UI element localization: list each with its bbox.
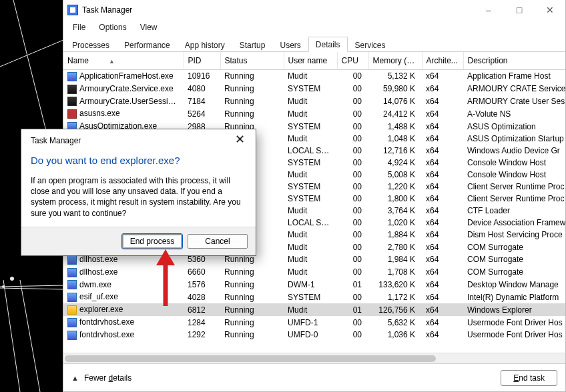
cell-name: ArmouryCrate.UserSessionH... xyxy=(63,95,184,108)
cell-status: Running xyxy=(220,291,284,303)
cell-mem: 1,800 K xyxy=(368,193,422,205)
cell-desc: Usermode Font Driver Hos xyxy=(463,329,565,341)
chevron-up-icon: ▲ xyxy=(71,374,79,382)
cell-user: SYSTEM xyxy=(284,193,337,205)
cell-cpu: 00 xyxy=(337,217,368,229)
menu-options[interactable]: Options xyxy=(92,21,133,33)
tab-services[interactable]: Services xyxy=(348,37,393,52)
col-desc[interactable]: Description xyxy=(463,52,565,70)
cell-arch: x64 xyxy=(422,316,463,329)
table-row[interactable]: explorer.exe6812RunningMudit01126,756 Kx… xyxy=(63,303,565,316)
cell-desc: Console Window Host xyxy=(463,157,565,169)
scrollbar-thumb[interactable] xyxy=(65,355,436,362)
cell-desc: Desktop Window Manage xyxy=(463,279,565,291)
process-icon xyxy=(67,318,77,327)
cell-cpu: 00 xyxy=(337,133,368,145)
titlebar[interactable]: Task Manager – □ ✕ xyxy=(63,0,565,20)
cell-name: ApplicationFrameHost.exe xyxy=(63,70,184,83)
process-icon xyxy=(67,97,77,106)
end-task-button[interactable]: End task xyxy=(501,370,557,386)
cancel-button[interactable]: Cancel xyxy=(188,234,248,249)
tab-startup[interactable]: Startup xyxy=(232,37,273,52)
process-icon xyxy=(67,72,77,81)
cell-arch: x64 xyxy=(422,133,463,145)
cell-desc: ASUS Optimization xyxy=(463,120,565,133)
cell-user: DWM-1 xyxy=(284,279,337,291)
cell-arch: x64 xyxy=(422,329,463,341)
horizontal-scrollbar[interactable] xyxy=(63,353,565,363)
table-row[interactable]: asusns.exe5264RunningMudit0024,412 Kx64A… xyxy=(63,107,565,120)
dialog-body: If an open program is associated with th… xyxy=(31,175,246,219)
minimize-button[interactable]: – xyxy=(473,0,504,20)
cell-name: asusns.exe xyxy=(63,107,184,120)
cell-mem: 3,764 K xyxy=(368,205,422,217)
svg-line-4 xyxy=(0,288,63,289)
col-mem[interactable]: Memory (a... xyxy=(368,52,422,70)
table-row[interactable]: dwm.exe1576RunningDWM-101133,620 Kx64Des… xyxy=(63,279,565,291)
cell-cpu: 00 xyxy=(337,316,368,329)
close-button[interactable]: ✕ xyxy=(535,0,565,20)
cell-user: Mudit xyxy=(284,241,337,253)
footer: ▲ Fewer details End task xyxy=(63,363,565,391)
cell-cpu: 00 xyxy=(337,329,368,341)
menu-view[interactable]: View xyxy=(133,21,164,33)
table-row[interactable]: esif_uf.exe4028RunningSYSTEM001,172 Kx64… xyxy=(63,291,565,303)
tab-users[interactable]: Users xyxy=(272,37,308,52)
cell-desc: CTF Loader xyxy=(463,205,565,217)
tab-performance[interactable]: Performance xyxy=(117,37,178,52)
table-row[interactable]: ArmouryCrate.UserSessionH...7184RunningM… xyxy=(63,95,565,108)
cell-name: explorer.exe xyxy=(63,303,184,316)
cell-user: UMFD-0 xyxy=(284,329,337,341)
menu-file[interactable]: File xyxy=(66,21,92,33)
cell-user: Mudit xyxy=(284,253,337,266)
table-row[interactable]: fontdrvhost.exe1292RunningUMFD-0001,036 … xyxy=(63,329,565,341)
svg-point-7 xyxy=(2,285,5,288)
cell-mem: 1,220 K xyxy=(368,181,422,193)
cell-arch: x64 xyxy=(422,229,463,241)
cell-user: Mudit xyxy=(284,95,337,108)
col-status[interactable]: Status xyxy=(220,52,284,70)
fewer-details-toggle[interactable]: ▲ Fewer details xyxy=(71,373,131,383)
cell-user: SYSTEM xyxy=(284,83,337,95)
cell-pid: 6660 xyxy=(184,266,220,279)
cell-user: Mudit xyxy=(284,229,337,241)
col-cpu[interactable]: CPU xyxy=(337,52,368,70)
cell-status: Running xyxy=(220,95,284,108)
cell-mem: 5,008 K xyxy=(368,169,422,181)
process-icon xyxy=(67,268,77,277)
cell-cpu: 00 xyxy=(337,229,368,241)
confirm-dialog: Task Manager ✕ Do you want to end explor… xyxy=(21,129,256,256)
cell-pid: 4080 xyxy=(184,83,220,95)
cell-desc: Intel(R) Dynamic Platform xyxy=(463,291,565,303)
cell-mem: 5,632 K xyxy=(368,316,422,329)
cell-cpu: 00 xyxy=(337,205,368,217)
cell-user: Mudit xyxy=(284,169,337,181)
col-arch[interactable]: Archite... xyxy=(422,52,463,70)
cell-desc: ASUS Optimization Startup xyxy=(463,133,565,145)
cell-name: fontdrvhost.exe xyxy=(63,316,184,329)
col-user[interactable]: User name xyxy=(284,52,337,70)
dialog-close-button[interactable]: ✕ xyxy=(231,135,249,147)
cell-mem: 14,076 K xyxy=(368,95,422,108)
col-name[interactable]: Name▲ xyxy=(63,52,184,70)
col-pid[interactable]: PID xyxy=(184,52,220,70)
cell-mem: 1,048 K xyxy=(368,133,422,145)
cell-name: esif_uf.exe xyxy=(63,291,184,303)
tab-processes[interactable]: Processes xyxy=(65,37,117,52)
cell-cpu: 00 xyxy=(337,169,368,181)
cell-cpu: 00 xyxy=(337,157,368,169)
maximize-button[interactable]: □ xyxy=(504,0,535,20)
cell-desc: Windows Explorer xyxy=(463,303,565,316)
table-row[interactable]: fontdrvhost.exe1284RunningUMFD-1005,632 … xyxy=(63,316,565,329)
cell-arch: x64 xyxy=(422,157,463,169)
table-row[interactable]: dllhost.exe6660RunningMudit001,708 Kx64C… xyxy=(63,266,565,279)
tab-apphistory[interactable]: App history xyxy=(178,37,232,52)
svg-line-2 xyxy=(3,280,20,392)
table-row[interactable]: ApplicationFrameHost.exe10916RunningMudi… xyxy=(63,70,565,83)
cell-cpu: 00 xyxy=(337,181,368,193)
cell-arch: x64 xyxy=(422,279,463,291)
tab-details[interactable]: Details xyxy=(308,37,348,52)
cell-status: Running xyxy=(220,107,284,120)
table-row[interactable]: ArmouryCrate.Service.exe4080RunningSYSTE… xyxy=(63,83,565,95)
end-process-button[interactable]: End process xyxy=(122,234,182,249)
